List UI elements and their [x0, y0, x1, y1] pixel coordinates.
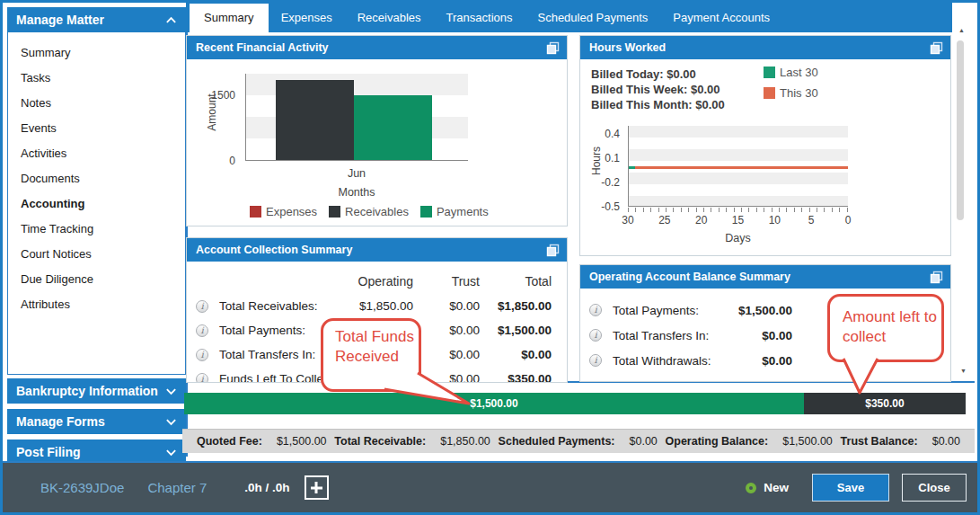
- panel-hours-worked: Hours Worked Billed Today: $0.00 Billed …: [579, 35, 951, 256]
- section-label: Post Filing: [16, 445, 81, 459]
- hw-xtick: 0: [845, 214, 852, 226]
- quoted-fee: Quoted Fee:$1,500.00: [197, 435, 327, 448]
- sidebar-item-activities[interactable]: Activities: [8, 141, 185, 166]
- sidebar-item-attributes[interactable]: Attributes: [8, 292, 185, 317]
- billed-this-week: Billed This Week: $0.00: [591, 82, 725, 97]
- hw-xtick: 30: [622, 214, 633, 226]
- chart-legend: Expenses Receivables Payments: [250, 205, 489, 218]
- sidebar-section-manage-forms[interactable]: Manage Forms: [7, 409, 186, 434]
- last-30-swatch: [764, 67, 775, 78]
- legend-item-receivables: Receivables: [329, 205, 409, 218]
- col-total: Total: [480, 274, 552, 289]
- scheduled-payments: Scheduled Payments:$0.00: [499, 435, 658, 448]
- legend-item-expenses: Expenses: [250, 205, 317, 218]
- panel-header: Account Collection Summary: [187, 238, 567, 262]
- sidebar-item-documents[interactable]: Documents: [8, 166, 185, 191]
- hw-ytick: -0.5: [601, 200, 620, 213]
- operating-balance: Operating Balance:$1,500.00: [666, 435, 833, 448]
- info-icon[interactable]: i: [196, 349, 208, 361]
- sidebar-item-due-diligence[interactable]: Due Diligence: [8, 267, 185, 292]
- app-window: Manage Matter Summary Tasks Notes Events…: [0, 0, 980, 515]
- rfa-ytick: 0: [229, 155, 235, 167]
- popout-icon[interactable]: [546, 244, 560, 257]
- this-30-line: [635, 166, 848, 169]
- billed-this-month: Billed This Month: $0.00: [591, 97, 725, 112]
- new-status-icon: [746, 483, 756, 493]
- panel-title: Account Collection Summary: [196, 244, 352, 256]
- matter-id-link[interactable]: BK-2639JDoe: [40, 480, 124, 495]
- sidebar-menu: Summary Tasks Notes Events Activities Do…: [7, 32, 186, 375]
- callout-amount-left-to-collect: Amount left to collect: [827, 294, 944, 362]
- sidebar-item-events[interactable]: Events: [8, 116, 185, 141]
- chart-legend: Last 30 This 30: [764, 66, 818, 100]
- tab-summary[interactable]: Summary: [190, 4, 269, 32]
- tab-transactions[interactable]: Transactions: [434, 3, 525, 32]
- sidebar-item-summary[interactable]: Summary: [8, 40, 185, 66]
- hw-xtick: 25: [658, 214, 670, 226]
- col-trust: Trust: [413, 274, 480, 289]
- sidebar-item-notes[interactable]: Notes: [8, 91, 185, 116]
- sidebar-item-time-tracking[interactable]: Time Tracking: [8, 217, 185, 242]
- collected-amount: $1,500.00: [470, 397, 517, 410]
- add-time-button[interactable]: [305, 475, 329, 500]
- collection-progress-bar: $1,500.00 $350.00: [184, 393, 966, 414]
- table-row: i Total Receivables: $1,850.00 $0.00 $1,…: [187, 294, 567, 318]
- financial-activity-yticks: 01500: [207, 74, 241, 161]
- remaining-amount: $350.00: [865, 397, 904, 410]
- hw-xtick: 5: [808, 214, 815, 226]
- total-receivable: Total Receivable:$1,850.00: [334, 435, 490, 448]
- tab-expenses[interactable]: Expenses: [269, 3, 345, 32]
- chevron-down-icon: [165, 448, 177, 457]
- x-tick-label: Jun: [245, 167, 468, 180]
- info-icon[interactable]: i: [196, 300, 208, 313]
- tab-receivables[interactable]: Receivables: [345, 3, 434, 32]
- close-button[interactable]: Close: [902, 474, 967, 502]
- this-30-swatch: [764, 87, 775, 99]
- tab-bar: Summary Expenses Receivables Transaction…: [186, 3, 952, 32]
- hw-ytick: 0.4: [605, 128, 620, 140]
- tab-payment-accounts[interactable]: Payment Accounts: [660, 3, 782, 32]
- hw-ytick: 0.1: [605, 152, 620, 164]
- col-operating: Operating: [354, 274, 413, 289]
- x-axis-label: Months: [245, 186, 468, 199]
- scrollbar-thumb[interactable]: [957, 40, 964, 220]
- footer-bar: BK-2639JDoe Chapter 7 .0h / .0h New Save…: [3, 461, 977, 512]
- hours-summary: .0h / .0h: [244, 481, 289, 494]
- panel-header: Operating Account Balance Summary: [580, 265, 950, 289]
- section-label: Manage Matter: [16, 13, 104, 27]
- sidebar-item-court-notices[interactable]: Court Notices: [8, 242, 185, 267]
- hours-xticks: 302520151050: [628, 214, 848, 226]
- sidebar-section-manage-matter[interactable]: Manage Matter: [7, 7, 186, 32]
- info-icon[interactable]: i: [589, 304, 602, 316]
- panel-recent-financial-activity: Recent Financial Activity Amount 01500 J…: [186, 35, 568, 226]
- info-icon[interactable]: i: [196, 373, 208, 384]
- sidebar-item-accounting[interactable]: Accounting: [8, 191, 185, 217]
- legend-item-last-30: Last 30: [764, 66, 818, 79]
- info-icon[interactable]: i: [589, 329, 602, 342]
- panel-title: Operating Account Balance Summary: [589, 271, 790, 283]
- hw-xtick: 15: [732, 214, 744, 226]
- scroll-down-arrow[interactable]: ▼: [960, 368, 967, 374]
- section-label: Manage Forms: [16, 414, 105, 429]
- billed-today: Billed Today: $0.00: [591, 67, 725, 82]
- popout-icon[interactable]: [930, 41, 943, 55]
- sidebar-item-tasks[interactable]: Tasks: [8, 66, 185, 91]
- save-button[interactable]: Save: [812, 474, 889, 502]
- info-icon[interactable]: i: [196, 324, 208, 337]
- bar-receivables: [276, 80, 354, 160]
- table-header: Operating Trust Total: [187, 262, 567, 289]
- chevron-down-icon: [165, 417, 177, 427]
- hw-ytick: -0.2: [601, 176, 620, 189]
- x-tick-marks: [628, 208, 848, 212]
- section-label: Bankruptcy Information: [16, 384, 158, 398]
- panel-header: Hours Worked: [580, 36, 950, 59]
- remaining-segment: $350.00: [804, 393, 966, 414]
- popout-icon[interactable]: [930, 271, 943, 284]
- panel-header: Recent Financial Activity: [187, 36, 567, 59]
- popout-icon[interactable]: [546, 41, 560, 55]
- tab-scheduled-payments[interactable]: Scheduled Payments: [525, 3, 660, 32]
- info-icon[interactable]: i: [589, 354, 602, 367]
- scroll-up-arrow[interactable]: ▲: [958, 27, 965, 33]
- chevron-down-icon: [165, 386, 177, 396]
- sidebar-section-bankruptcy-information[interactable]: Bankruptcy Information: [7, 378, 186, 404]
